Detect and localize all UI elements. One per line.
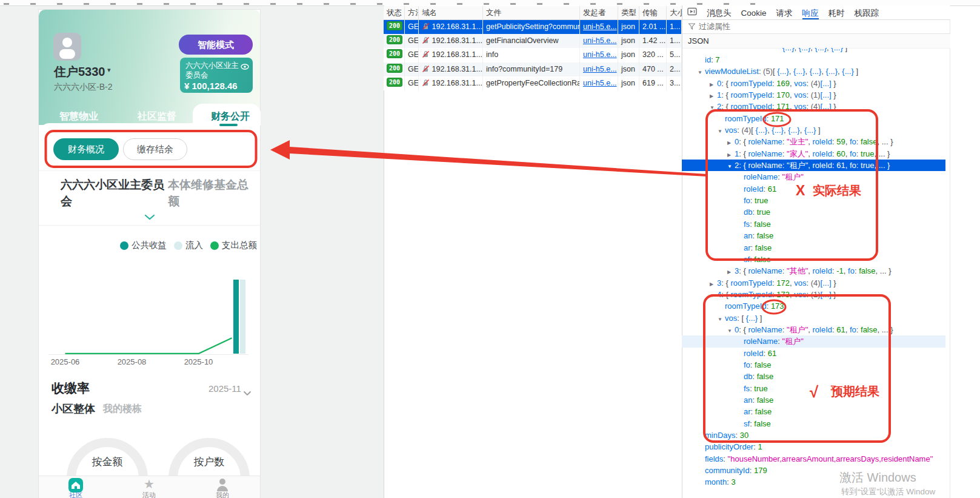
expander-open-icon[interactable]: ▼ — [727, 161, 735, 171]
column-transferred[interactable]: 传输 — [639, 6, 667, 19]
json-tree-row[interactable]: an: false — [682, 394, 945, 406]
tab-cookie[interactable]: Cookie — [741, 7, 767, 19]
expander-open-icon[interactable]: ▼ — [710, 102, 717, 112]
expander-closed-icon[interactable]: ▶ — [727, 266, 735, 277]
tab-finance-public[interactable]: 财务公开 — [211, 110, 250, 123]
star-icon[interactable]: ★ — [142, 477, 156, 491]
request-row[interactable]: 200GET 192.168.31.1...infouni-h5.e...jso… — [384, 48, 682, 62]
column-initiator[interactable]: 发起者 — [580, 6, 618, 19]
subtab-finance-overview[interactable]: 财务概况 — [53, 138, 119, 160]
json-tree-row[interactable]: roleId: 61 — [682, 183, 945, 195]
column-status[interactable]: 状态 — [384, 6, 405, 19]
column-type[interactable]: 类型 — [618, 6, 639, 19]
nav-item-me[interactable]: 我的 — [204, 491, 241, 498]
json-tree-row[interactable]: ▼4: { roomTypeId: 173, vos: (1)[...] } — [682, 289, 945, 300]
insecure-lock-icon — [422, 22, 430, 31]
tab-response[interactable]: 响应 — [802, 7, 819, 19]
json-tree-row[interactable]: ▼viewModuleList: (5)[ {...}, {...}, {...… — [682, 66, 945, 77]
json-tree-row[interactable]: fo: true — [682, 195, 945, 206]
json-tree-row[interactable]: ▶3: { roleName: "其他", roleId: -1, fo: fa… — [682, 265, 945, 277]
expander-open-icon[interactable]: ▼ — [710, 290, 717, 300]
column-method[interactable]: 方法 — [405, 6, 419, 19]
json-tree-row[interactable]: ▼0: { roleName: "租户", roleId: 61, fo: fa… — [682, 324, 945, 335]
json-tree-row[interactable]: publicityOrder: 1 — [682, 441, 945, 453]
initiator-link[interactable]: uni-h5.e... — [583, 65, 617, 73]
json-tree-row[interactable]: fo: false — [682, 359, 945, 371]
tab-my-building[interactable]: 我的楼栋 — [103, 403, 142, 416]
chevron-down-icon[interactable] — [144, 212, 155, 223]
filter-properties-input[interactable]: 过滤属性 — [682, 20, 950, 34]
expander-open-icon[interactable]: ▼ — [698, 67, 705, 77]
json-tree-row[interactable]: ▶1: { roleName: "家人", roleId: 60, fo: tr… — [682, 148, 945, 160]
json-tree-row[interactable]: fs: true — [682, 383, 945, 394]
expander-open-icon[interactable]: ▼ — [718, 314, 725, 324]
json-tree-row[interactable]: ▶3: { roomTypeId: 172, vos: (4)[...] } — [682, 277, 945, 289]
column-size[interactable]: 大小 — [667, 6, 682, 19]
tab-stack-trace[interactable]: 栈跟踪 — [855, 7, 879, 19]
json-tree-row[interactable]: sf: false — [682, 254, 945, 265]
json-tree-row[interactable]: fs: false — [682, 218, 945, 230]
json-tree-row[interactable]: ar: false — [682, 406, 945, 417]
column-domain[interactable]: 域名 — [419, 6, 483, 19]
json-tree-row[interactable]: ▶1: { roomTypeId: 170, vos: (1)[...] } — [682, 89, 945, 101]
eye-icon[interactable] — [241, 62, 249, 73]
json-tree-row[interactable]: roleName: "租户" — [682, 335, 945, 347]
expander-closed-icon[interactable]: ▶ — [727, 149, 735, 160]
json-key: roleName — [748, 161, 782, 170]
expander-closed-icon[interactable]: ▶ — [727, 137, 735, 147]
json-tree-row[interactable]: db: false — [682, 371, 945, 382]
json-tree-row[interactable]: roomTypeId: 171 — [682, 113, 945, 124]
json-tree-row[interactable]: ▶0: { roomTypeId: 169, vos: (4)[...] } — [682, 78, 945, 89]
tab-smart-property[interactable]: 智慧物业 — [59, 110, 98, 123]
json-tree-row[interactable]: roomTypeId: 173 — [682, 300, 945, 312]
json-tree-row[interactable]: id: 7 — [682, 54, 945, 66]
request-row[interactable]: 200GET 192.168.31.1...getFinancialOvervi… — [384, 34, 682, 48]
nav-item-activity[interactable]: 活动 — [131, 491, 167, 498]
tab-request[interactable]: 请求 — [776, 7, 793, 19]
json-tree-row[interactable]: ▼vos: (4)[ {...}, {...}, {...}, {...} ] — [682, 124, 945, 136]
json-tree-row[interactable]: month: 3 — [682, 476, 945, 488]
person-icon[interactable] — [219, 479, 225, 485]
expander-closed-icon[interactable]: ▶ — [710, 79, 717, 89]
subtab-deposit-balance[interactable]: 缴存结余 — [123, 138, 187, 160]
tab-timings[interactable]: 耗时 — [828, 7, 845, 19]
tab-community-supervision[interactable]: 社区监督 — [138, 110, 176, 123]
request-row[interactable]: 200GET 192.168.31.1...info?communityId=1… — [384, 62, 682, 76]
initiator-link[interactable]: uni-h5.e... — [583, 22, 617, 31]
json-tree-row[interactable]: ▼2: { roleName: "租户", roleId: 61, fo: tr… — [682, 160, 945, 171]
committee-name-line2: 委员会 — [185, 70, 208, 81]
period-select[interactable]: 2025-11 — [208, 383, 241, 394]
expander-open-icon[interactable]: ▼ — [727, 325, 735, 335]
request-row[interactable]: 200GET 192.168.31.1...getPropertyFeeColl… — [384, 76, 682, 90]
json-tree-row[interactable]: an: false — [682, 230, 945, 241]
json-tree-row[interactable]: sf: false — [682, 418, 945, 429]
method-cell: GET — [405, 62, 419, 76]
json-tree-row[interactable]: ar: false — [682, 242, 945, 254]
chevron-down-icon[interactable]: ▾ — [107, 66, 111, 74]
initiator-link[interactable]: uni-h5.e... — [583, 79, 617, 87]
json-tree-row[interactable]: db: true — [682, 206, 945, 218]
chevron-down-icon[interactable] — [244, 388, 251, 399]
json-tree-row[interactable]: ▼2: { roomTypeId: 171, vos: (4)[...] } — [682, 101, 945, 112]
json-tree-row[interactable]: communityId: 179 — [682, 465, 945, 476]
json-tree-row[interactable]: ▼vos: [ {...} ] — [682, 312, 945, 324]
avatar[interactable] — [53, 33, 81, 61]
expander-closed-icon[interactable]: ▶ — [710, 278, 717, 289]
initiator-link[interactable]: uni-h5.e... — [583, 36, 617, 45]
expander-open-icon[interactable]: ▼ — [718, 126, 725, 136]
expander-closed-icon[interactable]: ▶ — [710, 90, 717, 101]
json-tree-row[interactable]: roleId: 61 — [682, 348, 945, 359]
column-file[interactable]: 文件 — [483, 6, 580, 19]
json-tree-row[interactable]: minDays: 30 — [682, 429, 945, 441]
json-tree-row[interactable]: roleName: "租户" — [682, 171, 945, 183]
smart-mode-button[interactable]: 智能模式 — [179, 35, 253, 55]
json-section-header[interactable]: JSON — [682, 34, 950, 49]
json-tree-row[interactable]: fields: "houseNumber,arrearsAmount,arrea… — [682, 453, 945, 465]
json-tree-row[interactable]: ▶0: { roleName: "业主", roleId: 59, fo: fa… — [682, 136, 945, 147]
nav-item-community[interactable]: 社区 — [58, 491, 94, 498]
tab-whole-community[interactable]: 小区整体 — [52, 402, 95, 416]
request-row[interactable]: 200GET 192.168.31.1...getPublicitySettin… — [384, 20, 682, 34]
tab-headers[interactable]: 消息头 — [707, 7, 732, 19]
play-icon[interactable] — [687, 7, 697, 18]
initiator-link[interactable]: uni-h5.e... — [583, 50, 617, 59]
